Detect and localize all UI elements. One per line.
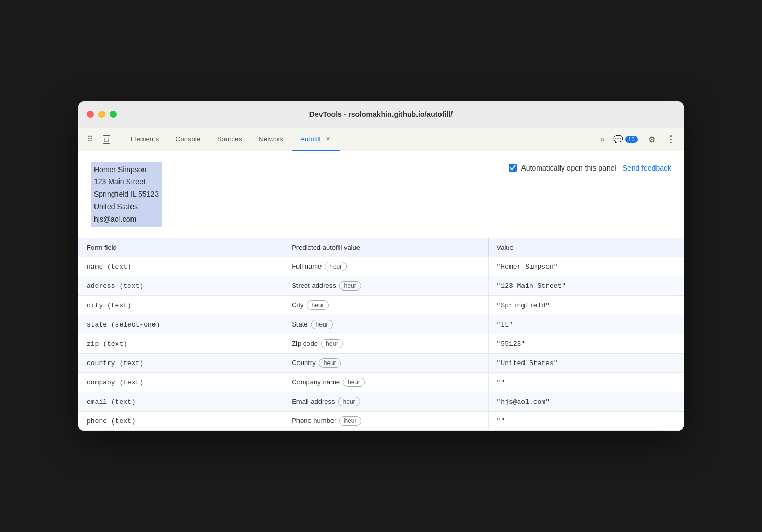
predicted-cell: Full nameheur bbox=[283, 257, 488, 276]
predicted-cell: Phone numberheur bbox=[283, 412, 488, 431]
col-header-predicted: Predicted autofill value bbox=[283, 238, 488, 257]
devtools-window: DevTools - rsolomakhin.github.io/autofil… bbox=[78, 101, 684, 431]
value-cell: "United States" bbox=[488, 354, 684, 373]
maximize-button[interactable] bbox=[110, 111, 117, 118]
field-cell: company (text) bbox=[78, 373, 283, 392]
table-row: address (text)Street addressheur"123 Mai… bbox=[78, 276, 684, 296]
more-tabs-button[interactable]: » bbox=[598, 135, 607, 144]
autofill-table: Form field Predicted autofill value Valu… bbox=[78, 238, 684, 431]
table-header: Form field Predicted autofill value Valu… bbox=[78, 238, 684, 257]
tab-autofill-close[interactable]: ✕ bbox=[324, 135, 332, 143]
main-content: Homer Simpson 123 Main Street Springfiel… bbox=[78, 151, 684, 431]
cursor-icon: ⠿ bbox=[87, 135, 93, 144]
tabbar: ⠿ □ Elements Console Sources Network Aut… bbox=[78, 128, 684, 151]
field-cell: name (text) bbox=[78, 257, 283, 276]
more-tabs-icon: » bbox=[600, 135, 605, 144]
field-cell: zip (text) bbox=[78, 334, 283, 354]
heur-badge: heur bbox=[319, 358, 341, 368]
tabbar-spacer bbox=[340, 128, 598, 151]
value-cell: "" bbox=[488, 412, 684, 431]
heur-badge: heur bbox=[339, 416, 361, 426]
field-cell: email (text) bbox=[78, 392, 283, 412]
more-actions-button[interactable]: ⋮ bbox=[662, 131, 680, 147]
heur-badge: heur bbox=[325, 262, 347, 271]
tab-network[interactable]: Network bbox=[251, 128, 292, 151]
tabbar-icons: ⠿ □ bbox=[82, 128, 120, 151]
table-row: state (select-one)Stateheur"IL" bbox=[78, 315, 684, 334]
table-body: name (text)Full nameheur"Homer Simpson"a… bbox=[78, 257, 684, 431]
field-cell: state (select-one) bbox=[78, 315, 283, 334]
console-icon: 💬 bbox=[613, 135, 623, 144]
more-icon: ⋮ bbox=[666, 134, 675, 145]
cursor-icon-button[interactable]: ⠿ bbox=[82, 132, 97, 147]
minimize-button[interactable] bbox=[98, 111, 105, 118]
tab-console[interactable]: Console bbox=[167, 128, 209, 151]
window-title: DevTools - rsolomakhin.github.io/autofil… bbox=[309, 110, 453, 118]
col-header-value: Value bbox=[488, 238, 684, 257]
predicted-cell: Email addressheur bbox=[283, 392, 488, 412]
table-row: company (text)Company nameheur"" bbox=[78, 373, 684, 392]
heur-badge: heur bbox=[307, 300, 329, 310]
address-controls: Automatically open this panel Send feedb… bbox=[509, 162, 671, 172]
field-cell: address (text) bbox=[78, 276, 283, 296]
console-messages-button[interactable]: 💬 13 bbox=[609, 132, 642, 146]
heur-badge: heur bbox=[339, 281, 361, 291]
table-row: email (text)Email addressheur"hjs@aol.co… bbox=[78, 392, 684, 412]
value-cell: "IL" bbox=[488, 315, 684, 334]
value-cell: "hjs@aol.com" bbox=[488, 392, 684, 412]
field-cell: phone (text) bbox=[78, 412, 283, 431]
field-cell: country (text) bbox=[78, 354, 283, 373]
tabbar-actions: » 💬 13 ⚙ ⋮ bbox=[598, 128, 680, 151]
predicted-cell: Zip codeheur bbox=[283, 334, 488, 354]
device-icon-button[interactable]: □ bbox=[99, 132, 114, 147]
table-header-row: Form field Predicted autofill value Valu… bbox=[78, 238, 684, 257]
tab-autofill[interactable]: Autofill ✕ bbox=[292, 128, 340, 151]
value-cell: "Homer Simpson" bbox=[488, 257, 684, 276]
table-row: phone (text)Phone numberheur"" bbox=[78, 412, 684, 431]
predicted-cell: Countryheur bbox=[283, 354, 488, 373]
settings-icon: ⚙ bbox=[648, 135, 656, 144]
auto-open-checkbox[interactable] bbox=[509, 164, 517, 172]
col-header-form-field: Form field bbox=[78, 238, 283, 257]
address-display: Homer Simpson 123 Main Street Springfiel… bbox=[91, 162, 162, 228]
heur-badge: heur bbox=[338, 397, 360, 406]
value-cell: "Springfield" bbox=[488, 296, 684, 315]
send-feedback-link[interactable]: Send feedback bbox=[623, 164, 671, 172]
address-section: Homer Simpson 123 Main Street Springfiel… bbox=[78, 151, 684, 239]
heur-badge: heur bbox=[343, 378, 365, 387]
device-icon: □ bbox=[103, 135, 110, 144]
value-cell: "123 Main Street" bbox=[488, 276, 684, 296]
settings-button[interactable]: ⚙ bbox=[644, 132, 660, 147]
table-row: name (text)Full nameheur"Homer Simpson" bbox=[78, 257, 684, 276]
titlebar: DevTools - rsolomakhin.github.io/autofil… bbox=[78, 101, 684, 128]
table-row: country (text)Countryheur"United States" bbox=[78, 354, 684, 373]
predicted-cell: Cityheur bbox=[283, 296, 488, 315]
tab-elements[interactable]: Elements bbox=[122, 128, 167, 151]
tab-sources[interactable]: Sources bbox=[209, 128, 251, 151]
console-badge: 13 bbox=[625, 136, 638, 143]
predicted-cell: Company nameheur bbox=[283, 373, 488, 392]
close-button[interactable] bbox=[87, 111, 94, 118]
traffic-lights bbox=[87, 111, 117, 118]
value-cell: "" bbox=[488, 373, 684, 392]
heur-badge: heur bbox=[311, 320, 333, 329]
heur-badge: heur bbox=[321, 339, 343, 348]
predicted-cell: Stateheur bbox=[283, 315, 488, 334]
field-cell: city (text) bbox=[78, 296, 283, 315]
value-cell: "55123" bbox=[488, 334, 684, 354]
table-row: zip (text)Zip codeheur"55123" bbox=[78, 334, 684, 354]
auto-open-label[interactable]: Automatically open this panel bbox=[509, 164, 616, 172]
predicted-cell: Street addressheur bbox=[283, 276, 488, 296]
table-row: city (text)Cityheur"Springfield" bbox=[78, 296, 684, 315]
